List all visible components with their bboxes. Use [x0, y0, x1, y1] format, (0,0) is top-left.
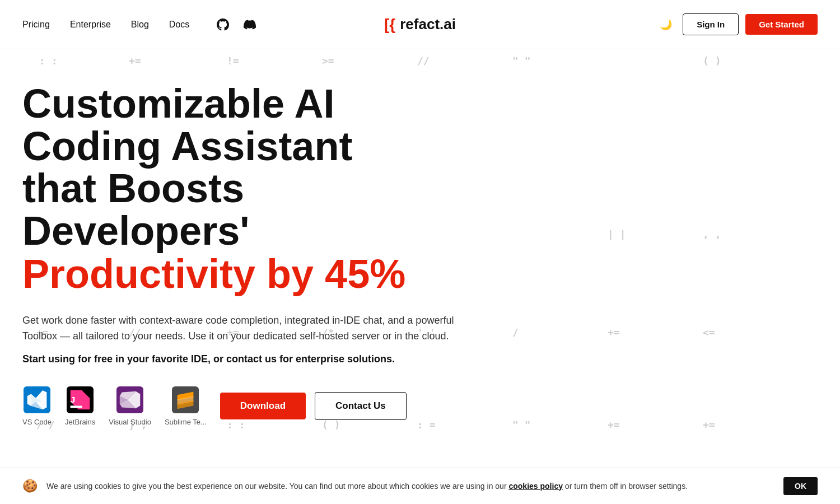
nav-logo[interactable]: [{ refact.ai: [384, 16, 456, 34]
jetbrains-icon: J: [66, 385, 95, 414]
code-sym-15: /: [512, 326, 519, 338]
svg-text:J: J: [71, 395, 76, 404]
ide-icon-visualstudio[interactable]: Visual Studio: [109, 385, 151, 426]
code-sym-9: , ,: [703, 228, 721, 240]
hero-title: Customizable AI Coding Assistant that Bo…: [22, 83, 482, 297]
github-icon[interactable]: [214, 16, 232, 34]
nav-link-blog[interactable]: Blog: [131, 20, 149, 30]
hero-text-block: Customizable AI Coding Assistant that Bo…: [22, 83, 482, 426]
contact-us-button[interactable]: Contact Us: [315, 392, 407, 420]
get-started-button[interactable]: Get Started: [745, 14, 818, 35]
code-sym-8: | |: [608, 228, 626, 240]
discord-icon[interactable]: [241, 16, 259, 34]
sign-in-button[interactable]: Sign In: [683, 13, 739, 35]
download-button[interactable]: Download: [220, 393, 306, 419]
code-sym-25: +=: [703, 419, 715, 431]
cookie-policy-link[interactable]: cookies policy: [508, 482, 562, 491]
visualstudio-icon: [115, 385, 144, 414]
ide-icon-jetbrains[interactable]: J JetBrains: [65, 385, 95, 426]
code-sym-17: <=: [703, 326, 715, 338]
hero-sub-text: Start using for free in your favorite ID…: [22, 353, 482, 365]
hero-section: : : += != >= // " " ( ) | | , , += // +=…: [0, 49, 840, 487]
hero-content-area: Customizable AI Coding Assistant that Bo…: [0, 49, 504, 487]
code-sym-7: ( ): [703, 55, 721, 67]
ide-icon-sublime[interactable]: Sublime Te...: [165, 385, 207, 426]
logo-bracket: [{: [384, 16, 395, 34]
cookie-ok-button[interactable]: OK: [783, 477, 818, 495]
cookie-banner: 🍪 We are using cookies to give you the b…: [0, 468, 840, 504]
nav-link-docs[interactable]: Docs: [169, 20, 189, 30]
sublime-icon: [171, 385, 200, 414]
code-sym-24: +=: [608, 419, 620, 431]
nav-social-icons: [214, 16, 259, 34]
vscode-label: VS Code: [22, 418, 52, 426]
ide-icons-row: VS Code: [22, 385, 482, 426]
dark-mode-toggle[interactable]: 🌙: [656, 15, 676, 35]
cta-buttons: Download Contact Us: [220, 392, 407, 420]
jetbrains-label: JetBrains: [65, 418, 95, 426]
sublime-label: Sublime Te...: [165, 418, 207, 426]
hero-title-line2: that Boosts Developers': [22, 167, 482, 252]
navbar: Pricing Enterprise Blog Docs [{ refact.a…: [0, 0, 840, 49]
nav-link-pricing[interactable]: Pricing: [22, 20, 50, 30]
cookie-text-main: We are using cookies to give you the bes…: [46, 482, 507, 491]
code-sym-16: +=: [608, 326, 620, 338]
visualstudio-label: Visual Studio: [109, 418, 151, 426]
logo-text: refact.ai: [400, 16, 456, 33]
hero-description: Get work done faster with context-aware …: [22, 312, 482, 345]
cookie-text-suffix: or turn them off in browser settings.: [565, 482, 688, 491]
nav-right: 🌙 Sign In Get Started: [656, 13, 818, 35]
hero-title-accent: Productivity by 45%: [22, 252, 482, 296]
ide-icon-vscode[interactable]: VS Code: [22, 385, 52, 426]
code-sym-6: " ": [512, 55, 531, 67]
cookie-icon: 🍪: [22, 479, 38, 493]
cookie-text: We are using cookies to give you the bes…: [46, 480, 774, 492]
nav-left: Pricing Enterprise Blog Docs: [22, 16, 259, 34]
svg-rect-3: [71, 406, 82, 408]
nav-link-enterprise[interactable]: Enterprise: [70, 20, 111, 30]
code-sym-23: " ": [512, 419, 531, 431]
hero-title-line1: Customizable AI Coding Assistant: [22, 83, 482, 167]
vscode-icon: [22, 385, 52, 414]
